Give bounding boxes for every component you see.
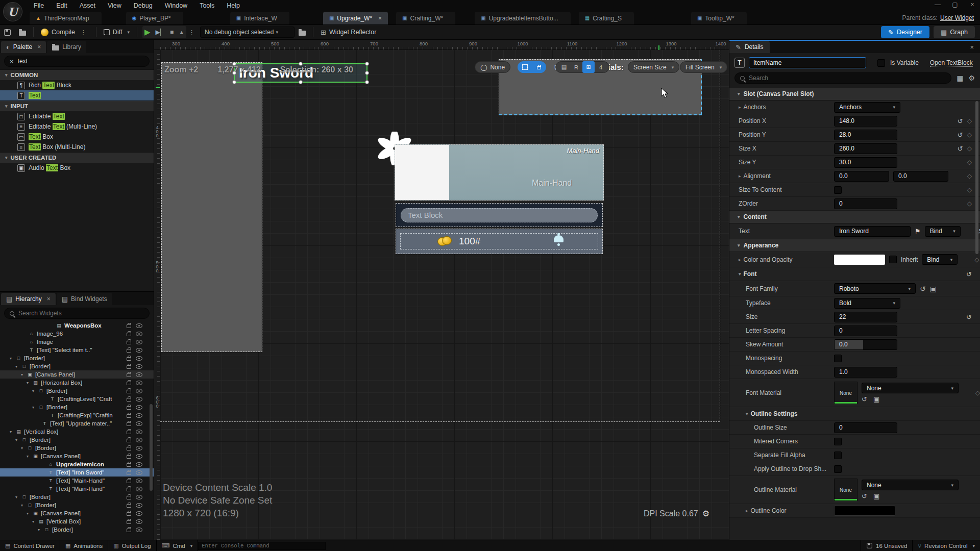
bind-diamond-icon[interactable] <box>967 186 972 193</box>
panel-close-icon[interactable]: × <box>970 43 980 53</box>
reset-icon[interactable] <box>958 145 963 153</box>
hierarchy-row[interactable]: ▾ □ [Border] <box>0 444 154 452</box>
visibility-icon[interactable] <box>136 413 142 418</box>
resize-handle[interactable] <box>299 80 303 84</box>
visibility-icon[interactable] <box>136 446 142 450</box>
palette-group-input[interactable]: INPUT <box>0 101 154 111</box>
bind-diamond-icon[interactable] <box>967 145 972 152</box>
browse-asset-icon[interactable]: ▣ <box>873 492 879 500</box>
screen-size-dropdown[interactable]: Screen Size <box>628 61 679 73</box>
hierarchy-row[interactable]: T [Text] "Upgrade mater.." <box>0 419 154 428</box>
visibility-icon[interactable] <box>136 438 142 442</box>
asset-tab[interactable]: ▣ Upgrade_W* × <box>323 12 388 24</box>
visibility-icon[interactable] <box>136 470 142 475</box>
expander-icon[interactable]: ▾ <box>10 356 15 361</box>
price-text[interactable]: 100# <box>459 236 480 247</box>
hierarchy-row[interactable]: T [Text] "Iron Sword" <box>0 468 154 477</box>
outline-material-dropdown[interactable]: None <box>862 480 959 490</box>
design-canvas[interactable]: Zoom +2 1,277 x 412 Selection: 260 x 30 … <box>160 50 729 540</box>
material-thumbnail[interactable]: None <box>834 382 857 404</box>
expander-icon[interactable]: ▾ <box>15 364 21 369</box>
skew-amount-slider[interactable]: 0.0 <box>834 339 897 350</box>
dpi-settings-gear-ic[interactable]: ⚙ <box>702 509 709 518</box>
hierarchy-row[interactable]: ▾ ▣ [Canvas Panel] <box>0 452 154 460</box>
lock-icon[interactable] <box>127 480 131 483</box>
resize-handle[interactable] <box>365 80 369 84</box>
bind-diamond-icon[interactable] <box>967 159 972 166</box>
hierarchy-row[interactable]: T [CraftingExp] "Craftin <box>0 411 154 419</box>
asset-tab[interactable]: ▣ Tooltip_W* <box>691 12 747 24</box>
rotation-mode-icon[interactable]: R <box>570 61 582 73</box>
font-material-dropdown[interactable]: None <box>862 383 959 393</box>
palette-item[interactable]: ≡ Editable Text (Multi-Line) <box>0 121 154 132</box>
item-slot-subtitle-text[interactable]: Main-Hand <box>532 179 572 188</box>
expander-icon[interactable]: ▾ <box>27 381 32 385</box>
tab-library[interactable]: Library <box>47 41 86 53</box>
lock-icon[interactable] <box>127 365 131 369</box>
menu-item[interactable]: Tools <box>194 1 219 10</box>
settings-gear-icon[interactable]: ⚙ <box>968 74 975 82</box>
asset-tab[interactable]: ◉ Player_BP* <box>126 12 183 24</box>
hierarchy-scrollbar[interactable] <box>150 404 153 491</box>
expander-icon[interactable]: ▾ <box>27 454 32 459</box>
fill-screen-dropdown[interactable]: Fill Screen <box>680 61 727 73</box>
lock-widgets-button[interactable] <box>532 61 546 73</box>
localization-flag-icon[interactable] <box>915 228 921 235</box>
debug-object-dropdown[interactable]: No debug object selected <box>200 27 295 38</box>
text-value-input[interactable]: Iron Sword <box>834 226 911 237</box>
visibility-icon[interactable] <box>136 372 142 377</box>
visibility-icon[interactable] <box>136 454 142 459</box>
font-size-input[interactable]: 22 <box>834 312 897 322</box>
visibility-icon[interactable] <box>136 332 142 336</box>
lock-icon[interactable] <box>127 439 131 442</box>
browse-asset-icon[interactable]: ▣ <box>873 395 879 403</box>
menu-item[interactable]: Edit <box>51 1 72 10</box>
lock-icon[interactable] <box>127 406 131 410</box>
compile-button[interactable]: Compile ⋮ <box>37 26 93 38</box>
visibility-icon[interactable] <box>136 397 142 402</box>
play-options-icon[interactable]: ⋮ <box>186 29 197 36</box>
lock-icon[interactable] <box>127 512 131 516</box>
size-x-input[interactable]: 260.0 <box>834 143 897 154</box>
outline-toggle-button[interactable] <box>518 61 532 73</box>
display-filter-icon[interactable]: ▦ <box>957 74 963 82</box>
lock-icon[interactable] <box>127 373 131 377</box>
expander-icon[interactable]: ▾ <box>10 430 15 434</box>
hierarchy-row[interactable]: ▾ □ [Border] <box>0 403 154 411</box>
price-row-widget[interactable]: 100# <box>396 229 603 254</box>
palette-item[interactable]: ≡ Text Box (Multi-Line) <box>0 142 154 152</box>
hierarchy-row[interactable]: ▤ WeaponsBox <box>0 321 154 330</box>
lock-icon[interactable] <box>127 390 131 393</box>
palette-search-input[interactable] <box>18 58 144 65</box>
expander-icon[interactable]: ▾ <box>21 503 27 508</box>
visibility-icon[interactable] <box>136 348 142 353</box>
monospaced-width-input[interactable]: 1.0 <box>834 367 897 378</box>
monospacing-checkbox[interactable] <box>834 355 842 362</box>
use-selected-asset-icon[interactable]: ↺ <box>862 492 867 500</box>
size-to-content-checkbox[interactable] <box>834 186 842 194</box>
menu-item[interactable]: Help <box>222 1 245 10</box>
bind-diamond-icon[interactable] <box>967 200 972 207</box>
hierarchy-row[interactable]: ▾ □ [Border] <box>0 436 154 444</box>
reset-icon[interactable] <box>958 117 963 125</box>
tab-details[interactable]: ✎ Details <box>729 41 770 53</box>
hierarchy-row[interactable]: ▾ □ [Border] <box>0 501 154 509</box>
alignment-y-input[interactable]: 0.0 <box>893 171 948 182</box>
lock-icon[interactable] <box>127 422 131 426</box>
palette-item[interactable]: ▣ Audio Text Box <box>0 163 154 173</box>
hierarchy-row[interactable]: ⌂ UpgradeItemIcon <box>0 460 154 468</box>
hierarchy-row[interactable]: ▾ ▣ [Canvas Panel] <box>0 509 154 517</box>
widget-reflector-button[interactable]: ⊞ Widget Reflector <box>316 26 380 38</box>
graph-mode-button[interactable]: ▤ Graph <box>934 26 975 38</box>
expander-icon[interactable]: ▾ <box>15 438 21 442</box>
visibility-icon[interactable] <box>136 323 142 328</box>
tab-bind-widgets[interactable]: ▤ Bind Widgets <box>57 293 112 305</box>
asset-tab[interactable]: ▣ Crafting_W* <box>396 12 455 24</box>
expander-icon[interactable]: ▾ <box>27 511 32 516</box>
visibility-icon[interactable] <box>136 462 142 467</box>
section-content[interactable]: Content <box>729 211 980 223</box>
section-appearance[interactable]: Appearance <box>729 239 980 252</box>
lock-icon[interactable] <box>127 341 131 344</box>
tab-close-icon[interactable]: × <box>37 43 41 51</box>
animations-button[interactable]: ▦ Animations <box>60 540 108 551</box>
